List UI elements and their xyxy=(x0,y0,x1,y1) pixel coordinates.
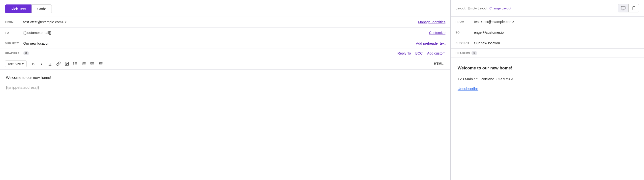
add-custom-link[interactable]: Add custom xyxy=(427,51,446,55)
customize-link[interactable]: Customize xyxy=(429,31,446,35)
right-panel: Layout: Empty Layout Change Layout FROM … xyxy=(451,0,644,180)
ordered-list-button[interactable]: 1.2.3. xyxy=(80,60,88,68)
indent-decrease-button[interactable] xyxy=(88,60,96,68)
layout-name: Empty Layout xyxy=(468,6,488,10)
html-button[interactable]: HTML xyxy=(432,61,446,67)
svg-point-1 xyxy=(66,63,66,63)
preview-area: Welcome to our new home! 123 Main St., P… xyxy=(451,58,644,180)
right-subject-label: SUBJECT xyxy=(456,42,472,45)
link-button[interactable] xyxy=(55,60,62,68)
tab-code[interactable]: Code xyxy=(32,4,52,13)
device-toggle xyxy=(618,4,639,12)
reply-to-link[interactable]: Reply To xyxy=(397,51,411,55)
right-header: Layout: Empty Layout Change Layout xyxy=(451,0,644,16)
subject-label: SUBJECT xyxy=(5,42,21,45)
image-button[interactable] xyxy=(63,60,71,68)
headers-count-badge: 0 xyxy=(23,51,29,55)
svg-rect-20 xyxy=(621,6,626,10)
layout-label: Layout: xyxy=(456,6,466,10)
manage-identities-link[interactable]: Manage Identities xyxy=(418,20,446,24)
to-label: TO xyxy=(5,31,21,34)
unordered-list-button[interactable] xyxy=(72,60,79,68)
right-subject-value: Our new location xyxy=(474,41,500,45)
editor-line2: {{snippets.address}} xyxy=(6,84,444,90)
right-headers-count-badge: 0 xyxy=(472,51,477,55)
bold-button[interactable]: B xyxy=(30,60,37,68)
right-subject-row: SUBJECT Our new location xyxy=(451,38,644,48)
left-panel: Rich Text Code FROM test <test@example.c… xyxy=(0,0,451,180)
italic-button[interactable]: I xyxy=(38,60,45,68)
from-label: FROM xyxy=(5,20,21,24)
add-preheader-link[interactable]: Add preheader text xyxy=(416,42,446,45)
right-to-value: engel@customer.io xyxy=(474,30,504,34)
text-size-chevron: ▾ xyxy=(22,62,24,66)
editor-area[interactable]: Welcome to our new home! {{snippets.addr… xyxy=(0,70,450,180)
right-from-label: FROM xyxy=(456,20,472,23)
right-from-row: FROM test <test@example.com> xyxy=(451,16,644,27)
headers-row: HEADERS 0 Reply To BCC Add custom xyxy=(0,49,450,58)
tab-rich-text[interactable]: Rich Text xyxy=(5,4,32,13)
tab-bar: Rich Text Code xyxy=(0,0,450,17)
subject-row: SUBJECT Our new location Add preheader t… xyxy=(0,38,450,49)
underline-button[interactable]: U xyxy=(46,60,54,68)
unsubscribe-link[interactable]: Unsubscribe xyxy=(458,86,478,91)
svg-text:3.: 3. xyxy=(82,64,83,66)
change-layout-link[interactable]: Change Layout xyxy=(489,6,511,10)
right-headers-label: HEADERS xyxy=(456,52,472,54)
bcc-link[interactable]: BCC xyxy=(416,51,423,55)
svg-point-7 xyxy=(74,64,74,65)
headers-label: HEADERS xyxy=(5,52,21,55)
from-chevron: ▾ xyxy=(65,20,66,24)
desktop-view-button[interactable] xyxy=(618,4,628,12)
right-headers-row: HEADERS 0 xyxy=(451,48,644,58)
right-to-label: TO xyxy=(456,31,472,34)
indent-increase-button[interactable] xyxy=(97,60,104,68)
svg-point-6 xyxy=(74,64,74,64)
from-row: FROM test <test@example.com> ▾ Manage Id… xyxy=(0,17,450,28)
subject-value: Our new location xyxy=(23,42,414,45)
from-value: test <test@example.com> ▾ xyxy=(23,20,416,24)
text-size-button[interactable]: Text Size ▾ xyxy=(5,60,26,67)
right-to-row: TO engel@customer.io xyxy=(451,27,644,38)
preview-title: Welcome to our new home! xyxy=(458,65,637,72)
editor-line1: Welcome to our new home! xyxy=(6,75,444,80)
right-from-value: test <test@example.com> xyxy=(474,20,514,24)
svg-point-5 xyxy=(74,62,74,63)
to-value: {{customer.email}} xyxy=(23,31,426,35)
to-row: TO {{customer.email}} Customize xyxy=(0,28,450,38)
formatting-toolbar: Text Size ▾ B I U 1.2.3. xyxy=(0,58,450,70)
mobile-view-button[interactable] xyxy=(628,4,639,12)
preview-address: 123 Main St., Portland, OR 97204 xyxy=(458,76,637,82)
headers-actions: Reply To BCC Add custom xyxy=(397,51,446,55)
